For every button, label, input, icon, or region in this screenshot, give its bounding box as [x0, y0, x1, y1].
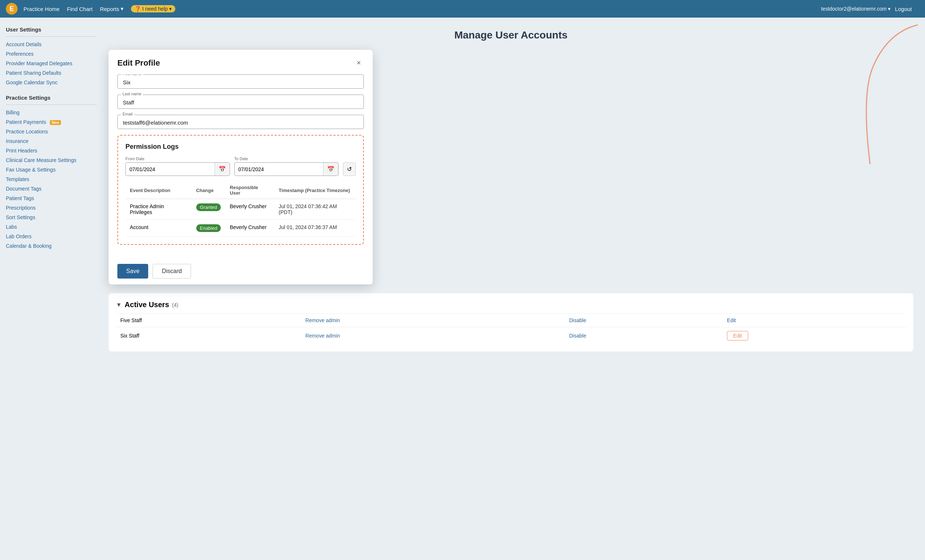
event-description-cell: Practice Admin Privileges: [125, 199, 192, 220]
disable-cell: Disable: [565, 314, 723, 327]
to-date-input-wrap: 📅: [234, 162, 339, 176]
disable-link[interactable]: Disable: [569, 317, 586, 323]
edit-profile-modal: Edit Profile × First name Last name Emai…: [108, 50, 373, 284]
first-name-input[interactable]: [118, 74, 364, 89]
top-navigation: E Practice Home Find Chart Reports ▾ ❓ I…: [0, 0, 925, 18]
sidebar-divider-2: [6, 104, 97, 105]
nav-practice-home[interactable]: Practice Home: [24, 6, 59, 12]
sidebar-item-labs[interactable]: Labs: [6, 222, 97, 232]
edit-link[interactable]: Edit: [727, 317, 736, 323]
last-name-field: Last name: [118, 95, 364, 109]
table-row: Account Enabled Beverly Crusher Jul 01, …: [125, 220, 356, 237]
date-filter-row: From Date 📅 To Date 📅: [125, 156, 356, 176]
from-date-field: From Date 📅: [125, 156, 230, 176]
granted-badge: Granted: [196, 203, 221, 211]
sidebar-item-preferences[interactable]: Preferences: [6, 49, 97, 59]
col-change: Change: [192, 182, 226, 199]
save-button[interactable]: Save: [118, 264, 148, 279]
nav-right: testdoctor2@elationemr.com ▾ Logout: [821, 6, 919, 12]
sidebar-item-google-calendar-sync[interactable]: Google Calendar Sync: [6, 78, 97, 87]
modal-header: Edit Profile ×: [108, 50, 373, 74]
sidebar-item-patient-sharing-defaults[interactable]: Patient Sharing Defaults: [6, 68, 97, 78]
edit-cell: Edit: [723, 327, 906, 344]
responsible-user-cell: Beverly Crusher: [225, 220, 274, 237]
col-event-description: Event Description: [125, 182, 192, 199]
timestamp-cell: Jul 01, 2024 07:36:37 AM: [274, 220, 356, 237]
from-date-input[interactable]: [126, 164, 215, 175]
sidebar-item-billing[interactable]: Billing: [6, 108, 97, 117]
sidebar-item-practice-locations[interactable]: Practice Locations: [6, 127, 97, 136]
sidebar-item-lab-orders[interactable]: Lab Orders: [6, 232, 97, 241]
email-input[interactable]: [118, 115, 364, 129]
to-date-calendar-button[interactable]: 📅: [323, 163, 338, 176]
edit-cell: Edit: [723, 314, 906, 327]
from-date-calendar-button[interactable]: 📅: [215, 163, 230, 176]
disable-cell: Disable: [565, 327, 723, 344]
from-date-label: From Date: [125, 156, 230, 161]
sidebar-divider: [6, 36, 97, 37]
modal-close-button[interactable]: ×: [354, 57, 364, 69]
edit-button-highlighted[interactable]: Edit: [727, 331, 748, 341]
sidebar-item-document-tags[interactable]: Document Tags: [6, 184, 97, 194]
remove-admin-cell: Remove admin: [301, 314, 565, 327]
logout-button[interactable]: Logout: [895, 6, 912, 12]
chevron-down-icon: ▾: [888, 6, 890, 12]
chevron-down-icon: ▾: [169, 6, 172, 12]
to-date-field: To Date 📅: [234, 156, 339, 176]
sidebar-item-calendar-booking[interactable]: Calendar & Booking: [6, 241, 97, 251]
user-row: Five Staff Remove admin Disable Edit: [116, 314, 906, 327]
change-cell: Granted: [192, 199, 226, 220]
active-users-section: ▼ Active Users (4) Five Staff Remove adm…: [108, 293, 913, 351]
active-users-count: (4): [172, 302, 178, 308]
chevron-down-icon: ▼: [116, 302, 122, 308]
sidebar-item-sort-settings[interactable]: Sort Settings: [6, 213, 97, 222]
to-date-input[interactable]: [235, 164, 324, 175]
page-layout: User Settings Account Details Preference…: [0, 18, 925, 560]
modal-footer: Save Discard: [108, 258, 373, 284]
sidebar-item-patient-tags[interactable]: Patient Tags: [6, 194, 97, 203]
sidebar: User Settings Account Details Preference…: [0, 18, 103, 560]
first-name-field: First name: [118, 74, 364, 89]
active-users-title: Active Users: [125, 300, 169, 309]
sidebar-item-provider-managed-delegates[interactable]: Provider Managed Delegates: [6, 59, 97, 68]
page-title: Manage User Accounts: [108, 29, 913, 41]
sidebar-item-insurance[interactable]: Insurance: [6, 136, 97, 146]
col-responsible-user: Responsible User: [225, 182, 274, 199]
nav-help[interactable]: ❓ I need help ▾: [131, 5, 175, 12]
main-content: Manage User Accounts Edit Profile × Firs…: [103, 18, 925, 560]
enabled-badge: Enabled: [196, 224, 221, 232]
remove-admin-link[interactable]: Remove admin: [306, 333, 340, 339]
last-name-input[interactable]: [118, 95, 364, 109]
sidebar-item-fax-usage-settings[interactable]: Fax Usage & Settings: [6, 165, 97, 174]
permission-logs-table: Event Description Change Responsible Use…: [125, 182, 356, 237]
sidebar-item-templates[interactable]: Templates: [6, 174, 97, 184]
refresh-button[interactable]: ↺: [343, 162, 356, 176]
nav-find-chart[interactable]: Find Chart: [67, 6, 92, 12]
user-settings-section-title: User Settings: [6, 26, 97, 33]
from-date-input-wrap: 📅: [125, 162, 230, 176]
email-label: Email: [121, 112, 134, 116]
chevron-down-icon: ▾: [121, 6, 124, 12]
disable-link[interactable]: Disable: [569, 333, 586, 339]
event-description-cell: Account: [125, 220, 192, 237]
practice-settings-section-title: Practice Settings: [6, 95, 97, 101]
first-name-label: First name: [121, 74, 143, 76]
permission-logs-title: Permission Logs: [125, 143, 356, 151]
sidebar-item-prescriptions[interactable]: Prescriptions: [6, 203, 97, 213]
sidebar-item-account-details[interactable]: Account Details: [6, 40, 97, 49]
user-email[interactable]: testdoctor2@elationemr.com ▾: [821, 6, 890, 12]
sidebar-item-clinical-care-measure-settings[interactable]: Clinical Care Measure Settings: [6, 155, 97, 165]
app-logo: E: [6, 3, 18, 15]
sidebar-item-patient-payments[interactable]: Patient Payments New: [6, 117, 97, 127]
email-field: Email: [118, 115, 364, 129]
remove-admin-link[interactable]: Remove admin: [306, 317, 340, 323]
to-date-label: To Date: [234, 156, 339, 161]
discard-button[interactable]: Discard: [152, 264, 191, 279]
last-name-label: Last name: [121, 92, 143, 96]
nav-reports[interactable]: Reports ▾: [100, 6, 124, 12]
user-row: Six Staff Remove admin Disable Edit: [116, 327, 906, 344]
remove-admin-cell: Remove admin: [301, 327, 565, 344]
table-row: Practice Admin Privileges Granted Beverl…: [125, 199, 356, 220]
change-cell: Enabled: [192, 220, 226, 237]
sidebar-item-print-headers[interactable]: Print Headers: [6, 146, 97, 155]
